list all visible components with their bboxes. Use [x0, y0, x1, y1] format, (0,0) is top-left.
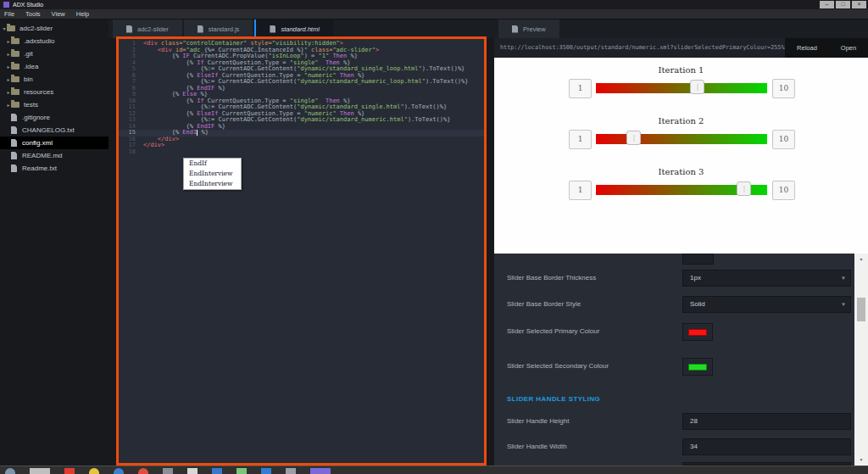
slider[interactable]: 110: [494, 79, 868, 99]
setting-label: Slider Handle Width: [507, 443, 567, 450]
tab-label: adc2-slider: [137, 25, 169, 33]
tree-item-label: CHANGELOG.txt: [22, 126, 75, 134]
tab-label: standard.js: [209, 25, 240, 33]
scroll-up-icon[interactable]: ▲: [854, 254, 868, 265]
tree-root-label: adc2-slider: [19, 25, 53, 32]
tree-item-label: tests: [24, 101, 38, 109]
tree-item-label: .git: [24, 50, 33, 58]
tree-item-resources[interactable]: ▸resources: [0, 86, 108, 98]
app-silver-icon[interactable]: [30, 468, 50, 474]
tree-item-bin[interactable]: ▸bin: [0, 73, 108, 86]
setting-value: 34: [690, 443, 698, 450]
setting-dropdown[interactable]: Solid▼: [682, 296, 851, 313]
slider-track[interactable]: [596, 134, 767, 144]
scrollbar-thumb[interactable]: [857, 298, 865, 321]
setting-input[interactable]: 34: [682, 438, 851, 455]
app-gray2-icon[interactable]: [286, 468, 296, 474]
code-editor[interactable]: 1<div class="controlContainer" style="vi…: [116, 36, 487, 466]
tab-adc2-slider[interactable]: adc2-slider: [113, 20, 182, 38]
chevron-down-icon: ▼: [841, 297, 846, 312]
os-taskbar: [0, 466, 868, 474]
tree-item--git[interactable]: ▸.git: [0, 47, 108, 60]
autocomplete-item[interactable]: EndInterview: [184, 179, 241, 189]
file-icon: [11, 114, 17, 121]
tree-item--gitignore[interactable]: .gitignore: [0, 111, 108, 124]
title-bar: ADX Studio – □ ×: [0, 0, 868, 9]
settings-scrollbar[interactable]: ▲ ▼: [854, 254, 868, 466]
slider-min-value[interactable]: 1: [569, 130, 592, 149]
tree-item--adxstudio[interactable]: ▸.adxstudio: [0, 35, 108, 47]
colour-swatch-button[interactable]: [682, 358, 713, 376]
menu-item-file[interactable]: File: [4, 10, 14, 18]
tab-preview[interactable]: Preview: [498, 20, 559, 38]
tree-item-readme-md[interactable]: README.md: [0, 149, 108, 162]
menu-item-view[interactable]: View: [52, 10, 65, 18]
app-blue2-icon[interactable]: [261, 468, 271, 474]
slider-max-value[interactable]: 10: [772, 130, 795, 149]
slider-track[interactable]: [596, 83, 767, 93]
close-button[interactable]: ×: [852, 1, 866, 8]
file-icon: [270, 25, 275, 33]
code-area[interactable]: 1<div class="controlContainer" style="vi…: [119, 39, 484, 463]
tab-standard-js[interactable]: standard.js: [184, 20, 253, 38]
setting-value: 28: [690, 417, 698, 425]
colour-swatch-button[interactable]: [682, 323, 713, 341]
partial-control: [682, 254, 714, 265]
tree-root[interactable]: ▾adc2-slider: [0, 22, 108, 35]
setting-label: Slider Selected Primary Colour: [507, 327, 599, 335]
setting-value: Solid: [690, 300, 705, 308]
tree-item-changelog-txt[interactable]: CHANGELOG.txt: [0, 124, 108, 137]
code-line: 17</div>: [119, 142, 484, 149]
minimize-button[interactable]: –: [820, 1, 834, 8]
slider-max-value[interactable]: 10: [772, 181, 795, 200]
autocomplete-popup: EndIfEndInterviewEndInterview: [183, 158, 242, 190]
app-red-icon[interactable]: [64, 468, 75, 474]
tree-item-label: bin: [24, 75, 33, 83]
slider-min-value[interactable]: 1: [569, 79, 592, 98]
tree-item-label: Readme.txt: [22, 165, 57, 172]
slider-handle[interactable]: [690, 80, 704, 94]
reload-button[interactable]: Reload: [785, 44, 829, 52]
app-blue-square-icon[interactable]: [212, 468, 222, 474]
scroll-down-icon[interactable]: ▼: [854, 454, 868, 466]
tree-item-readme-txt[interactable]: Readme.txt: [0, 162, 108, 175]
tab-label: Preview: [523, 25, 546, 33]
code-text: </div>: [143, 142, 164, 149]
menu-item-tools[interactable]: Tools: [25, 10, 41, 18]
setting-label: Slider Base Border Thickness: [507, 274, 596, 282]
setting-label: Slider Base Border Style: [507, 300, 581, 308]
open-button[interactable]: Open: [829, 44, 868, 52]
slider-title: Iteration 3: [494, 167, 868, 176]
app-gray-icon[interactable]: [163, 468, 173, 474]
maximize-button[interactable]: □: [836, 1, 850, 8]
setting-input[interactable]: 28: [682, 413, 851, 430]
app-green-icon[interactable]: [236, 468, 247, 474]
menu-item-help[interactable]: Help: [76, 10, 89, 18]
app-purple-icon[interactable]: [310, 468, 331, 474]
slider-max-value[interactable]: 10: [772, 79, 795, 98]
tree-item-config-xml[interactable]: config.xml: [0, 137, 108, 149]
setting-dropdown[interactable]: 1px▼: [682, 270, 851, 287]
app-sphere-icon[interactable]: [5, 468, 15, 474]
app-orange-red-icon[interactable]: [138, 468, 148, 474]
url-input[interactable]: http://localhost:3500/output/standard/nu…: [494, 38, 785, 58]
tree-item-label: .idea: [24, 63, 38, 70]
app-white-icon[interactable]: [187, 468, 198, 474]
file-icon: [126, 25, 132, 33]
slider[interactable]: 110: [494, 181, 868, 201]
slider[interactable]: 110: [494, 130, 868, 150]
tab-standard-html[interactable]: standard.html: [254, 20, 332, 38]
slider-handle[interactable]: [737, 181, 751, 196]
tree-item--idea[interactable]: ▸.idea: [0, 60, 108, 73]
autocomplete-item[interactable]: EndIf: [184, 159, 241, 169]
url-bar: http://localhost:3500/output/standard/nu…: [494, 38, 868, 58]
app-yellow-icon[interactable]: [89, 468, 99, 474]
slider-min-value[interactable]: 1: [569, 181, 592, 200]
folder-icon: [11, 64, 19, 70]
slider-handle[interactable]: [626, 131, 641, 145]
app-logo-icon: [3, 2, 9, 8]
editor-tab-bar: adc2-sliderstandard.jsstandard.html: [108, 20, 494, 38]
app-blue-icon[interactable]: [114, 468, 124, 474]
autocomplete-item[interactable]: EndInterview: [184, 169, 241, 179]
tree-item-tests[interactable]: ▸tests: [0, 98, 108, 111]
